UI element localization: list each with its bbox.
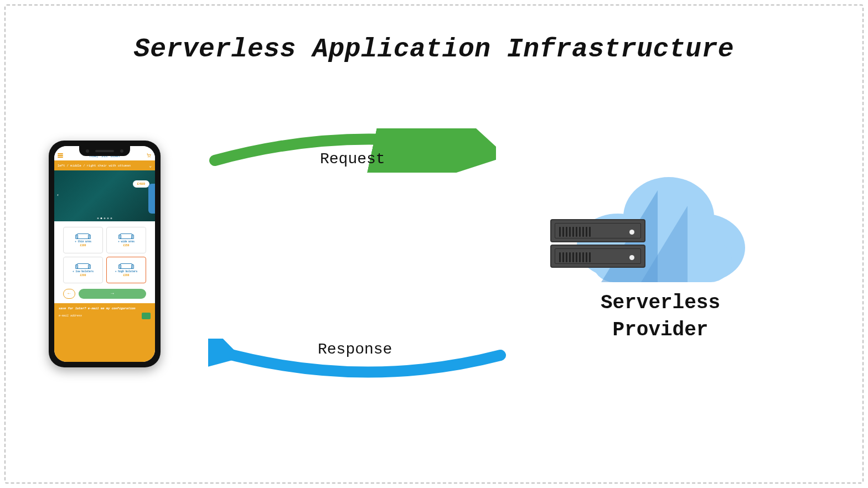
sofa-icon [120,233,133,239]
phone-screen: now, sit down left / middle / right chai… [54,146,155,362]
svg-point-1 [149,157,150,157]
option-card: + low bolsters £200 [63,257,103,283]
back-button: ← [63,289,75,299]
hero-price: £480 [133,180,149,188]
config-banner: left / middle / right chair with ottoman… [54,160,155,170]
next-button: → [79,289,146,299]
submit-button [142,313,151,319]
chevron-down-icon: ⌄ [149,163,152,168]
option-card-selected: + high bolsters £200 [106,257,146,283]
chevron-left-icon: ‹ [56,193,62,199]
request-label: Request [320,150,385,168]
server-stack [550,219,645,270]
banner-text: left / middle / right chair with ottoman [58,164,131,168]
contact-tab [148,184,155,214]
phone-notch [79,146,130,156]
option-card: + thin arms £300 [63,227,103,253]
svg-point-0 [148,157,148,157]
phone-mockup: now, sit down left / middle / right chai… [49,141,161,367]
server-icon [550,245,645,268]
option-card: + wide arms £350 [106,227,146,253]
sofa-icon [120,263,133,269]
sofa-icon [76,233,90,239]
save-section: save for later? e-mail me my configurati… [54,303,155,362]
diagram-title: Serverless Application Infrastructure [0,34,868,64]
sofa-icon [76,263,90,269]
hero-carousel: ‹ £480 [54,170,155,221]
serverless-provider-graphic [550,174,744,292]
response-label: Response [318,341,392,358]
cart-icon [146,153,152,158]
provider-label: Serverless Provider [580,290,741,344]
options-grid: + thin arms £300 + wide arms £350 + low … [54,221,155,288]
carousel-dots [97,217,112,219]
hamburger-icon [58,153,63,158]
server-icon [550,219,645,242]
nav-row: ← → [54,288,155,303]
